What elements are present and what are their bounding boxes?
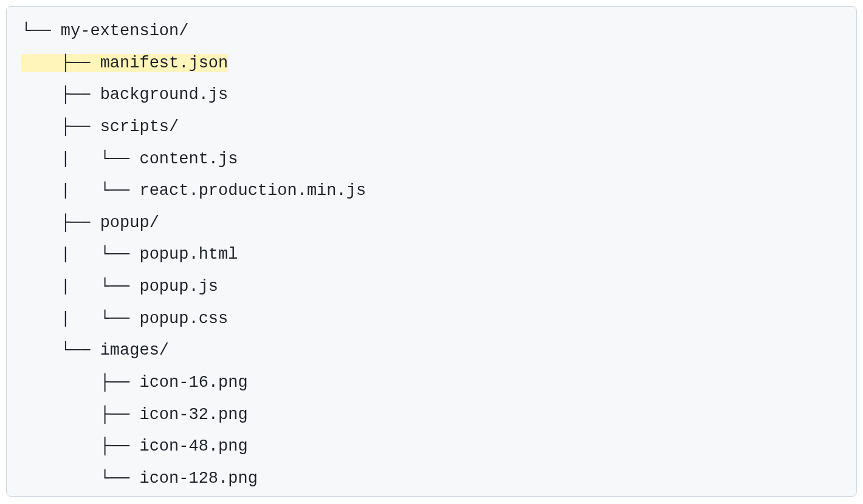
tree-line: | └── popup.html (21, 239, 856, 271)
tree-branch-glyph: └── (21, 469, 139, 488)
tree-branch-glyph: ├── (21, 437, 139, 455)
tree-branch-glyph: └── (21, 341, 100, 359)
tree-line: └── icon-128.png (21, 463, 856, 495)
tree-node-name: background.js (100, 86, 229, 104)
tree-branch-glyph: | └── (21, 278, 139, 296)
tree-line: ├── icon-16.png (21, 367, 856, 399)
tree-node-name: popup.css (139, 310, 228, 328)
tree-branch-glyph: ├── (21, 406, 139, 424)
tree-node-name: images/ (100, 341, 169, 359)
tree-line: ├── icon-32.png (21, 399, 856, 431)
tree-branch-glyph: ├── (21, 118, 100, 136)
highlighted-line: ├── manifest.json (21, 54, 228, 72)
tree-branch-glyph: | └── (21, 245, 139, 264)
tree-branch-glyph: ├── (21, 54, 100, 72)
tree-line: ├── popup/ (21, 207, 856, 239)
tree-line: ├── manifest.json (21, 47, 856, 80)
tree-node-name: manifest.json (100, 54, 229, 72)
tree-node-name: react.production.min.js (139, 182, 366, 200)
file-tree: └── my-extension/ ├── manifest.json ├── … (21, 15, 856, 495)
tree-branch-glyph: | └── (21, 182, 139, 200)
tree-node-name: icon-128.png (139, 469, 257, 488)
tree-line: ├── icon-48.png (21, 431, 856, 463)
tree-branch-glyph: └── (21, 22, 61, 40)
tree-line: ├── background.js (21, 79, 856, 111)
tree-branch-glyph: ├── (21, 373, 139, 392)
tree-branch-glyph: | └── (21, 310, 139, 328)
tree-node-name: icon-48.png (139, 437, 247, 455)
tree-node-name: icon-32.png (139, 406, 247, 424)
tree-line: | └── content.js (21, 143, 856, 175)
tree-branch-glyph: | └── (21, 150, 139, 168)
tree-node-name: popup.html (139, 245, 238, 264)
tree-branch-glyph: ├── (21, 86, 100, 104)
tree-node-name: icon-16.png (139, 373, 247, 392)
tree-node-name: my-extension/ (61, 22, 189, 40)
file-tree-panel: └── my-extension/ ├── manifest.json ├── … (6, 6, 857, 497)
tree-line: | └── popup.js (21, 271, 856, 303)
tree-node-name: content.js (139, 150, 238, 168)
tree-branch-glyph: ├── (21, 214, 100, 232)
tree-node-name: popup.js (139, 278, 218, 296)
tree-line: └── images/ (21, 335, 856, 367)
tree-line: | └── popup.css (21, 303, 856, 335)
tree-line: └── my-extension/ (21, 15, 856, 47)
tree-node-name: popup/ (100, 214, 159, 232)
tree-line: | └── react.production.min.js (21, 175, 856, 207)
tree-node-name: scripts/ (100, 118, 179, 136)
tree-line: ├── scripts/ (21, 111, 856, 143)
